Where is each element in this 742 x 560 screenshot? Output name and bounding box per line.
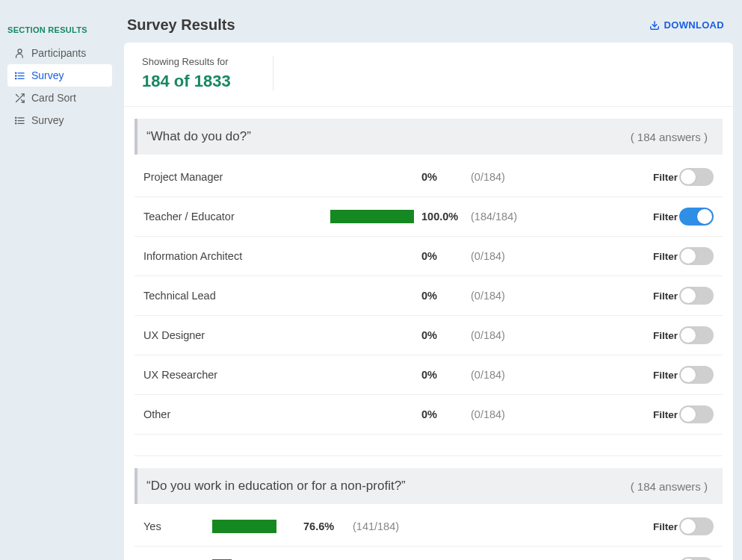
filter-cell: Filter bbox=[653, 517, 714, 535]
sidebar-item-survey[interactable]: Survey bbox=[7, 109, 112, 131]
svg-point-0 bbox=[18, 49, 22, 52]
filter-toggle[interactable] bbox=[679, 366, 714, 384]
toggle-knob bbox=[681, 288, 696, 303]
answer-percent: 0% bbox=[421, 250, 463, 262]
answer-row: Yes76.6%(141/184)Filter bbox=[135, 507, 723, 547]
answer-ratio: (184/184) bbox=[471, 211, 545, 223]
svg-point-4 bbox=[15, 72, 16, 73]
filter-label: Filter bbox=[653, 172, 678, 183]
page-header: Survey Results DOWNLOAD bbox=[124, 0, 733, 43]
toggle-knob bbox=[681, 407, 696, 422]
answer-row: UX Researcher0%(0/184)Filter bbox=[135, 355, 723, 395]
toggle-knob bbox=[681, 328, 696, 343]
question-divider bbox=[135, 455, 723, 456]
svg-point-5 bbox=[15, 75, 16, 75]
filter-cell: Filter bbox=[653, 366, 714, 384]
filter-label: Filter bbox=[653, 370, 678, 381]
download-icon bbox=[649, 20, 660, 31]
question-answer-count: ( 184 answers ) bbox=[631, 131, 708, 143]
answer-bar-cell bbox=[212, 520, 296, 533]
filter-toggle[interactable] bbox=[679, 517, 714, 535]
page-title: Survey Results bbox=[127, 16, 235, 34]
answer-bar-cell bbox=[330, 368, 414, 382]
question-header: “Do you work in education or for a non-p… bbox=[135, 468, 723, 504]
results-card: Showing Results for 184 of 1833 “What do… bbox=[124, 43, 733, 560]
filter-label: Filter bbox=[653, 521, 678, 532]
filter-cell: Filter bbox=[653, 405, 714, 423]
svg-point-15 bbox=[15, 122, 16, 123]
svg-point-6 bbox=[15, 78, 16, 78]
filter-toggle[interactable] bbox=[679, 208, 714, 225]
filter-cell: Filter bbox=[653, 287, 714, 305]
summary-block: Showing Results for 184 of 1833 bbox=[142, 56, 273, 91]
answer-ratio: (0/184) bbox=[471, 329, 545, 341]
answer-row: Information Architect0%(0/184)Filter bbox=[135, 237, 723, 276]
answer-percent: 76.6% bbox=[303, 520, 345, 532]
shuffle-icon bbox=[13, 92, 25, 104]
sidebar-item-participants[interactable]: Participants bbox=[7, 42, 112, 64]
toggle-knob bbox=[681, 169, 696, 184]
answer-percent: 0% bbox=[421, 329, 463, 341]
answer-bar bbox=[212, 520, 276, 533]
answer-label: Other bbox=[143, 408, 323, 420]
answer-bar-cell bbox=[330, 329, 414, 342]
filter-toggle[interactable] bbox=[679, 168, 714, 186]
summary-label: Showing Results for bbox=[142, 56, 231, 67]
answer-bar-cell bbox=[330, 210, 414, 223]
results-summary: Showing Results for 184 of 1833 bbox=[124, 43, 733, 107]
sidebar-item-card-sort[interactable]: Card Sort bbox=[7, 87, 112, 109]
answer-label: Technical Lead bbox=[143, 290, 323, 302]
filter-label: Filter bbox=[653, 290, 678, 302]
sidebar-item-survey[interactable]: Survey bbox=[7, 64, 112, 87]
filter-toggle[interactable] bbox=[679, 247, 714, 265]
answer-row: Other0%(0/184)Filter bbox=[135, 395, 723, 435]
user-icon bbox=[13, 47, 25, 59]
answer-label: Yes bbox=[143, 520, 205, 532]
filter-toggle[interactable] bbox=[679, 557, 714, 560]
filter-cell: Filter bbox=[653, 557, 714, 560]
answer-bar-cell bbox=[330, 170, 414, 184]
question-answer-count: ( 184 answers ) bbox=[631, 480, 708, 493]
sidebar-nav: ParticipantsSurveyCard SortSurvey bbox=[7, 42, 112, 131]
toggle-knob bbox=[681, 367, 696, 382]
answer-ratio: (0/184) bbox=[471, 171, 545, 183]
filter-toggle[interactable] bbox=[679, 405, 714, 423]
summary-count: 184 of 1833 bbox=[142, 72, 231, 91]
question-text: “What do you do?” bbox=[146, 129, 251, 144]
answer-percent: 0% bbox=[421, 408, 463, 420]
filter-label: Filter bbox=[653, 211, 678, 223]
download-label: DOWNLOAD bbox=[664, 19, 724, 31]
filter-label: Filter bbox=[653, 330, 678, 341]
answer-bar-cell bbox=[330, 249, 414, 263]
svg-point-13 bbox=[15, 117, 16, 118]
toggle-knob bbox=[697, 209, 712, 224]
question-text: “Do you work in education or for a non-p… bbox=[146, 479, 406, 494]
answer-row: Teacher / Educator100.0%(184/184)Filter bbox=[135, 197, 723, 237]
list-icon bbox=[13, 114, 25, 126]
toggle-knob bbox=[681, 249, 696, 264]
toggle-knob bbox=[681, 519, 696, 534]
answer-row: No23.4%(43/184)Filter bbox=[135, 547, 723, 560]
answer-label: Project Manager bbox=[143, 171, 323, 183]
answer-ratio: (0/184) bbox=[471, 408, 545, 420]
filter-cell: Filter bbox=[653, 168, 714, 186]
answer-row: UX Designer0%(0/184)Filter bbox=[135, 316, 723, 355]
question-header: “What do you do?”( 184 answers ) bbox=[135, 119, 723, 155]
answer-label: Information Architect bbox=[143, 250, 323, 262]
sidebar-item-label: Participants bbox=[31, 47, 86, 59]
answers-list: Yes76.6%(141/184)FilterNo23.4%(43/184)Fi… bbox=[124, 507, 733, 560]
filter-toggle[interactable] bbox=[679, 326, 714, 344]
answer-percent: 100.0% bbox=[421, 211, 463, 223]
answers-list: Project Manager0%(0/184)FilterTeacher / … bbox=[124, 158, 733, 435]
answer-label: UX Designer bbox=[143, 329, 323, 341]
filter-toggle[interactable] bbox=[679, 287, 714, 305]
answer-ratio: (0/184) bbox=[471, 290, 545, 302]
filter-label: Filter bbox=[653, 251, 678, 262]
answer-ratio: (0/184) bbox=[471, 369, 545, 381]
filter-label: Filter bbox=[653, 409, 678, 420]
answer-bar bbox=[330, 210, 414, 223]
answer-ratio: (0/184) bbox=[471, 250, 545, 262]
answer-bar-cell bbox=[330, 289, 414, 302]
questions-container: “What do you do?”( 184 answers )Project … bbox=[124, 119, 733, 560]
download-button[interactable]: DOWNLOAD bbox=[649, 19, 724, 31]
